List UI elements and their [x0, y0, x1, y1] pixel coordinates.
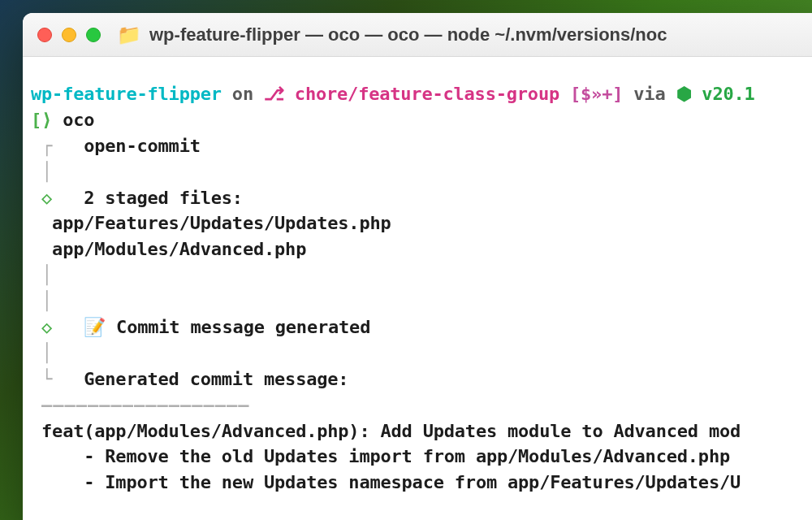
commit-generated-label: Commit message generated — [106, 317, 370, 337]
prompt-dir: wp-feature-flipper — [31, 84, 222, 104]
open-commit-label: open-commit — [52, 136, 201, 156]
divider-line: —————————————————— — [41, 395, 249, 415]
memo-icon: 📝 — [84, 317, 106, 337]
prompt-open: [ — [31, 110, 41, 130]
staged-file-1: app/Features/Updates/Updates.php — [31, 213, 391, 233]
spacer-2 — [52, 317, 84, 337]
prompt-on: on — [222, 84, 264, 104]
prompt-via: via — [623, 84, 676, 104]
traffic-lights — [37, 28, 101, 42]
staged-file-2: app/Modules/Advanced.php — [31, 239, 306, 259]
maximize-button[interactable] — [86, 28, 101, 42]
prompt-close: ⟩ — [41, 110, 52, 130]
prompt-status: [$»+] — [570, 84, 623, 104]
window-title: wp-feature-flipper — oco — oco — node ~/… — [149, 24, 667, 46]
branch-glyph: ⎇ — [264, 84, 284, 104]
node-version: v20.1 — [691, 84, 754, 104]
close-button[interactable] — [37, 28, 52, 42]
terminal-body[interactable]: wp-feature-flipper on ⎇ chore/feature-cl… — [23, 57, 812, 504]
commit-msg-line-3: - Import the new Updates namespace from … — [31, 472, 741, 492]
staged-files-header: 2 staged files: — [84, 188, 243, 208]
diamond-1: ◇ — [41, 188, 52, 208]
node-icon: ⬢ — [676, 84, 692, 104]
tree-pipe-3: │ — [41, 291, 52, 311]
terminal-window: 📁 wp-feature-flipper — oco — oco — node … — [23, 13, 812, 520]
generated-message-label: Generated commit message: — [84, 369, 348, 389]
prompt-branch: chore/feature-class-group — [284, 84, 570, 104]
commit-msg-line-2: - Remove the old Updates import from app… — [31, 446, 730, 466]
command-text: oco — [52, 110, 94, 130]
window-titlebar: 📁 wp-feature-flipper — oco — oco — node … — [23, 13, 812, 57]
minimize-button[interactable] — [62, 28, 76, 42]
tree-pipe-2: │ — [41, 265, 52, 285]
spacer — [52, 188, 84, 208]
tree-pipe: │ — [41, 162, 52, 182]
folder-icon: 📁 — [117, 25, 141, 45]
tree-bottom: └ — [41, 369, 52, 389]
commit-msg-line-1: feat(app/Modules/Advanced.php): Add Upda… — [31, 421, 741, 441]
tree-top: ┌ — [41, 136, 52, 156]
tree-pipe-4: │ — [41, 343, 52, 363]
spacer-3 — [52, 369, 84, 389]
diamond-2: ◇ — [41, 317, 52, 337]
